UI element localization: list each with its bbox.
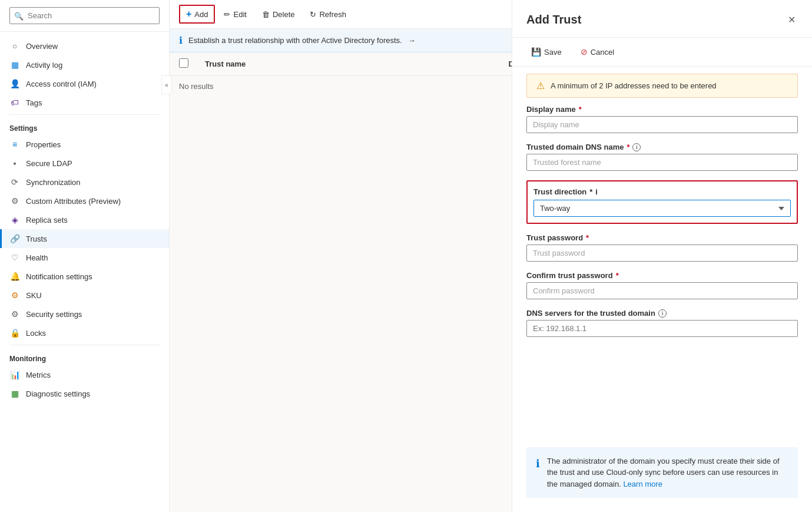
sidebar-item-label: Trusts [26, 234, 47, 243]
sku-icon: ⚙ [9, 290, 20, 300]
panel-close-button[interactable]: ✕ [786, 12, 798, 28]
panel-header: Add Trust ✕ [512, 0, 812, 38]
no-results-text: No results [179, 82, 214, 91]
delete-button[interactable]: 🗑 Delete [256, 6, 301, 22]
panel-form: Display name * Trusted domain DNS name *… [512, 105, 812, 447]
dns-servers-input[interactable] [526, 320, 798, 337]
warning-icon: ⚠ [536, 80, 545, 91]
info-banner-arrow: → [408, 36, 416, 45]
health-icon: ♡ [9, 253, 20, 262]
panel-save-button[interactable]: 💾 Save [526, 45, 566, 59]
delete-icon: 🗑 [262, 10, 270, 19]
confirm-password-input[interactable] [526, 282, 798, 299]
activity-log-icon: ▦ [9, 60, 20, 70]
cancel-icon: ⊘ [581, 47, 588, 57]
sidebar-item-label: Tags [26, 98, 42, 107]
add-trust-panel: Add Trust ✕ 💾 Save ⊘ Cancel ⚠ A minimum … [512, 0, 812, 512]
sidebar-item-secure-ldap[interactable]: ▪ Secure LDAP [0, 154, 169, 173]
sidebar-item-activity-log[interactable]: ▦ Activity log [0, 55, 169, 74]
sidebar-item-notification-settings[interactable]: 🔔 Notification settings [0, 267, 169, 286]
diagnostic-icon: ▦ [9, 389, 20, 398]
sidebar-item-label: Access control (IAM) [26, 80, 97, 88]
learn-more-link[interactable]: Learn more [623, 480, 662, 488]
edit-icon: ✏ [224, 10, 230, 19]
panel-cancel-button[interactable]: ⊘ Cancel [576, 45, 619, 59]
display-name-group: Display name * [526, 105, 798, 133]
add-button[interactable]: + Add [179, 5, 215, 24]
trusted-dns-label: Trusted domain DNS name * i [526, 143, 798, 151]
search-icon: 🔍 [14, 11, 24, 20]
info-banner-text: Establish a trust relationship with othe… [188, 36, 402, 45]
custom-attributes-icon: ⚙ [9, 196, 20, 206]
trusted-dns-info-icon[interactable]: i [632, 143, 641, 151]
required-indicator: * [627, 143, 629, 151]
sidebar-item-label: Properties [26, 140, 61, 149]
main-content: + Add ✏ Edit 🗑 Delete ↻ Refresh ℹ Establ… [170, 0, 812, 512]
select-all-checkbox[interactable] [179, 58, 188, 68]
sidebar-item-diagnostic-settings[interactable]: ▦ Diagnostic settings [0, 384, 169, 403]
sidebar-item-label: Metrics [26, 371, 51, 379]
sidebar-item-label: Health [26, 253, 48, 262]
sidebar-item-replica-sets[interactable]: ◈ Replica sets [0, 210, 169, 229]
settings-section-title: Settings [0, 117, 169, 135]
sidebar-item-synchronization[interactable]: ⟳ Synchronization [0, 173, 169, 191]
replica-sets-icon: ◈ [9, 215, 20, 224]
trust-password-input[interactable] [526, 245, 798, 262]
dns-servers-group: DNS servers for the trusted domain i [526, 309, 798, 337]
sidebar-item-label: Custom Attributes (Preview) [26, 197, 121, 206]
info-banner-icon: ℹ [179, 35, 183, 46]
trusted-dns-input[interactable] [526, 154, 798, 171]
sidebar-item-locks[interactable]: 🔒 Locks [0, 323, 169, 342]
refresh-button[interactable]: ↻ Refresh [303, 6, 353, 22]
dns-servers-info-icon[interactable]: i [658, 309, 667, 318]
search-area: 🔍 [0, 0, 169, 32]
sidebar-item-label: Notification settings [26, 272, 92, 281]
sidebar-item-security-settings[interactable]: ⚙ Security settings [0, 305, 169, 323]
required-indicator: * [579, 105, 582, 114]
sidebar-item-properties[interactable]: ≡ Properties [0, 135, 169, 154]
sidebar-item-health[interactable]: ♡ Health [0, 248, 169, 267]
divider-monitoring [9, 345, 160, 345]
panel-toolbar: 💾 Save ⊘ Cancel [512, 38, 812, 67]
sidebar-item-tags[interactable]: 🏷 Tags [0, 93, 169, 112]
display-name-input[interactable] [526, 116, 798, 133]
col-trust-name: Trust name [205, 60, 499, 68]
sidebar-item-label: Security settings [26, 310, 82, 319]
synchronization-icon: ⟳ [9, 177, 20, 187]
confirm-password-label: Confirm trust password * [526, 271, 798, 280]
sidebar-item-trusts[interactable]: 🔗 Trusts [0, 229, 169, 248]
required-indicator: * [586, 233, 589, 242]
sidebar-item-label: Diagnostic settings [26, 389, 90, 398]
sidebar-item-label: SKU [26, 291, 42, 300]
trusts-icon: 🔗 [9, 234, 20, 243]
sidebar-collapse-button[interactable]: « [161, 75, 172, 94]
sidebar-item-label: Synchronization [26, 178, 81, 187]
info-box-icon: ℹ [536, 456, 540, 490]
metrics-icon: 📊 [9, 370, 20, 379]
sidebar-item-custom-attributes[interactable]: ⚙ Custom Attributes (Preview) [0, 191, 169, 210]
warning-text: A minimum of 2 IP addresses need to be e… [551, 81, 717, 90]
secure-ldap-icon: ▪ [9, 158, 20, 168]
search-input[interactable] [9, 7, 160, 24]
edit-button[interactable]: ✏ Edit [217, 6, 253, 22]
trust-password-group: Trust password * [526, 233, 798, 262]
tags-icon: 🏷 [9, 98, 20, 107]
sidebar-item-sku[interactable]: ⚙ SKU [0, 286, 169, 305]
trust-direction-select[interactable]: Two-way One-way: incoming One-way: outgo… [533, 200, 791, 217]
sidebar-item-label: Overview [26, 42, 58, 51]
save-icon: 💾 [531, 47, 541, 57]
sidebar-item-label: Secure LDAP [26, 159, 72, 168]
sidebar-item-overview[interactable]: ○ Overview [0, 37, 169, 55]
confirm-password-group: Confirm trust password * [526, 271, 798, 299]
trust-password-label: Trust password * [526, 233, 798, 242]
sidebar-item-access-control[interactable]: 👤 Access control (IAM) [0, 74, 169, 93]
sidebar-item-label: Locks [26, 329, 46, 338]
sidebar: 🔍 ○ Overview ▦ Activity log 👤 Access con… [0, 0, 170, 512]
trust-direction-info-icon[interactable]: i [595, 187, 598, 196]
access-control-icon: 👤 [9, 79, 20, 88]
display-name-label: Display name * [526, 105, 798, 114]
divider-settings [9, 114, 160, 115]
sidebar-item-metrics[interactable]: 📊 Metrics [0, 365, 169, 384]
sidebar-nav: ○ Overview ▦ Activity log 👤 Access contr… [0, 32, 169, 512]
refresh-icon: ↻ [310, 10, 316, 19]
